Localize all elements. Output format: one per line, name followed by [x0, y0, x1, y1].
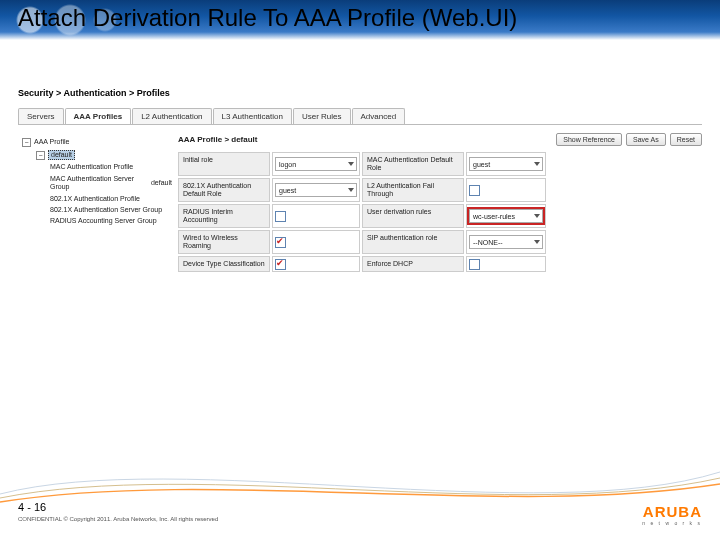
row3-a-checkbox[interactable]: [275, 237, 286, 248]
profile-tree: − AAA Profile − default MAC Authenticati…: [18, 131, 178, 272]
tree-root[interactable]: − AAA Profile: [22, 138, 172, 147]
row2-a-cell: [272, 204, 360, 228]
row3-a-cell: [272, 230, 360, 254]
row2-a-checkbox[interactable]: [275, 211, 286, 222]
tab-bar: Servers AAA Profiles L2 Authentication L…: [18, 108, 702, 125]
row3-b-select[interactable]: --NONE--: [469, 235, 543, 249]
logo: ARUBA n e t w o r k s: [642, 503, 702, 526]
confidential-text: CONFIDENTIAL © Copyright 2011. Aruba Net…: [18, 516, 218, 524]
label-row0-a: Initial role: [178, 152, 270, 176]
row4-a-checkbox[interactable]: [275, 259, 286, 270]
row4-b-cell: [466, 256, 546, 272]
tree-selected[interactable]: − default: [36, 150, 172, 160]
settings-grid: Initial rolelogonMAC Authentication Defa…: [178, 152, 702, 272]
tree-item-label: MAC Authentication Server Group: [50, 175, 151, 192]
tree-root-label: AAA Profile: [34, 138, 69, 146]
row1-a-select[interactable]: guest: [275, 183, 357, 197]
tree-item-value: default: [151, 179, 172, 187]
row0-b-cell: guest: [466, 152, 546, 176]
label-row2-a: RADIUS Interim Accounting: [178, 204, 270, 228]
content-area: Security > Authentication > Profiles Ser…: [0, 40, 720, 272]
save-as-button[interactable]: Save As: [626, 133, 666, 146]
label-row3-a: Wired to Wireless Roaming: [178, 230, 270, 254]
tab-advanced[interactable]: Advanced: [352, 108, 406, 124]
row1-b-checkbox[interactable]: [469, 185, 480, 196]
row3-b-cell: --NONE--: [466, 230, 546, 254]
row0-b-select[interactable]: guest: [469, 157, 543, 171]
logo-sub: n e t w o r k s: [642, 520, 702, 526]
label-row1-b: L2 Authentication Fail Through: [362, 178, 464, 202]
row4-a-cell: [272, 256, 360, 272]
label-row2-b: User derivation rules: [362, 204, 464, 228]
reset-button[interactable]: Reset: [670, 133, 702, 146]
main-panel: AAA Profile > default Show Reference Sav…: [178, 131, 702, 272]
row2-b-cell: wc-user-rules: [466, 204, 546, 228]
label-row1-a: 802.1X Authentication Default Role: [178, 178, 270, 202]
tree-item-radius-accounting[interactable]: RADIUS Accounting Server Group: [50, 217, 172, 225]
tab-aaa-profiles[interactable]: AAA Profiles: [65, 108, 132, 124]
slide-title: Attach Derivation Rule To AAA Profile (W…: [18, 4, 517, 32]
tree-item-8021x-auth-server-group[interactable]: 802.1X Authentication Server Group: [50, 206, 172, 214]
row4-b-checkbox[interactable]: [469, 259, 480, 270]
show-reference-button[interactable]: Show Reference: [556, 133, 622, 146]
tree-selected-label: default: [48, 150, 75, 160]
label-row4-b: Enforce DHCP: [362, 256, 464, 272]
footer: 4 - 16 CONFIDENTIAL © Copyright 2011. Ar…: [18, 500, 218, 524]
row1-a-cell: guest: [272, 178, 360, 202]
tab-l3-auth[interactable]: L3 Authentication: [213, 108, 292, 124]
row2-b-select[interactable]: wc-user-rules: [469, 209, 543, 223]
tree-item-mac-auth-server-group[interactable]: MAC Authentication Server Group default: [50, 175, 172, 192]
tab-servers[interactable]: Servers: [18, 108, 64, 124]
panel-heading: AAA Profile > default: [178, 135, 552, 144]
label-row3-b: SIP authentication role: [362, 230, 464, 254]
label-row0-b: MAC Authentication Default Role: [362, 152, 464, 176]
row1-b-cell: [466, 178, 546, 202]
tree-item-8021x-auth-profile[interactable]: 802.1X Authentication Profile: [50, 195, 172, 203]
breadcrumb: Security > Authentication > Profiles: [18, 88, 702, 98]
tree-item-mac-auth-profile[interactable]: MAC Authentication Profile: [50, 163, 172, 171]
row0-a-cell: logon: [272, 152, 360, 176]
tab-l2-auth[interactable]: L2 Authentication: [132, 108, 211, 124]
label-row4-a: Device Type Classification: [178, 256, 270, 272]
collapse-icon[interactable]: −: [36, 151, 45, 160]
page-number: 4 - 16: [18, 500, 218, 514]
row0-a-select[interactable]: logon: [275, 157, 357, 171]
decorative-swoosh: [0, 438, 720, 508]
tab-user-rules[interactable]: User Rules: [293, 108, 351, 124]
logo-brand: ARUBA: [642, 503, 702, 520]
collapse-icon[interactable]: −: [22, 138, 31, 147]
